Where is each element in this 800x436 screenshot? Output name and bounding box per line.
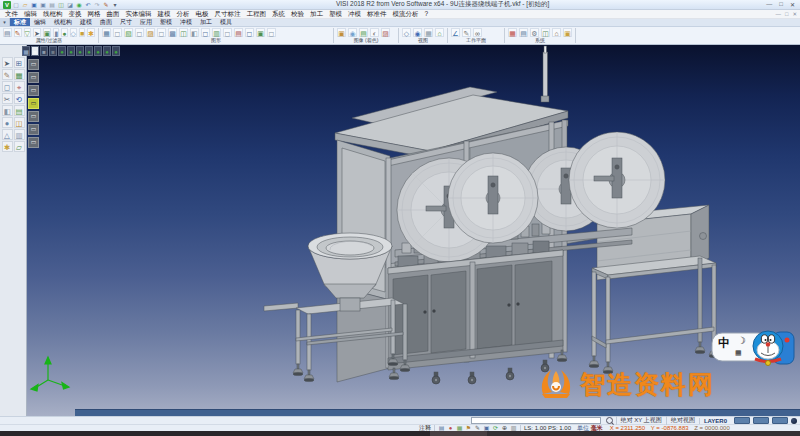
color-swatch-icon[interactable]: ■ — [79, 28, 85, 37]
hidden-line-icon[interactable]: ▧ — [124, 28, 133, 37]
archive-icon[interactable]: ▣ — [563, 28, 572, 37]
brush-icon[interactable]: ✎ — [102, 1, 110, 9]
sphere-filter-icon[interactable]: ● — [61, 28, 67, 37]
render-wire-icon[interactable]: ◉ — [348, 28, 357, 37]
filter-icon[interactable]: ▽ — [24, 28, 31, 37]
rotate-icon[interactable]: ⟲ — [14, 93, 25, 104]
menu-item-13[interactable]: 系统 — [269, 10, 288, 19]
view-slot-b-icon[interactable]: ■ — [49, 46, 57, 56]
solid-filter-icon[interactable]: ▣ — [43, 28, 52, 37]
visi-logo-icon[interactable]: V — [3, 1, 11, 9]
triangle-icon[interactable]: △ — [2, 129, 13, 140]
settings-icon[interactable]: ⚙ — [530, 28, 539, 37]
tab-5[interactable]: 曲面 — [96, 18, 116, 26]
search-icon[interactable] — [606, 417, 613, 424]
more-icon[interactable]: ▾ — [111, 1, 119, 9]
view-sphere-4-icon[interactable]: ● — [85, 46, 93, 56]
antialias-icon[interactable]: ◻ — [267, 28, 276, 37]
window-icon[interactable]: ◫ — [14, 117, 25, 128]
render-shaded-icon[interactable]: ▣ — [337, 28, 346, 37]
view-slot-a-icon[interactable]: ■ — [40, 46, 48, 56]
menu-item-20[interactable]: ? — [422, 10, 432, 19]
ime-keyboard-icon[interactable]: ▦ — [735, 349, 742, 357]
status-zoom-button-2[interactable] — [753, 417, 769, 424]
faces-icon[interactable]: ◻ — [157, 28, 166, 37]
mdi-minimize-button[interactable]: — — [776, 11, 782, 17]
print-icon[interactable]: ▤ — [48, 1, 56, 9]
zoom-window-icon[interactable]: ⊞ — [14, 57, 25, 68]
nav-orb-icon[interactable] — [791, 418, 797, 424]
redo-icon[interactable]: ↷ — [93, 1, 101, 9]
view-sphere-7-icon[interactable]: ● — [112, 46, 120, 56]
layer-indicator[interactable]: LAYER0 — [699, 418, 731, 424]
iso-view-icon[interactable]: ◇ — [402, 28, 411, 37]
grid-icon[interactable]: ▦ — [14, 69, 25, 80]
ribbon-dropdown-icon[interactable]: ▾ — [0, 18, 10, 26]
menu-item-17[interactable]: 冲模 — [345, 10, 364, 19]
view-sphere-5-icon[interactable]: ● — [94, 46, 102, 56]
status-zoom-button-3[interactable] — [772, 417, 788, 424]
workplane-lock-icon[interactable]: ∞ — [473, 28, 482, 37]
ime-mode-indicator[interactable]: 中 — [718, 335, 730, 352]
shadows-icon[interactable]: ◻ — [245, 28, 254, 37]
workplane-edit-icon[interactable]: ✎ — [462, 28, 471, 37]
tab-6[interactable]: 尺寸 — [116, 18, 136, 26]
materials-icon[interactable]: ◻ — [223, 28, 232, 37]
plane-icon[interactable]: ▱ — [14, 141, 25, 152]
contrast-icon[interactable]: ◐ — [370, 28, 379, 37]
layer-slot-1-button[interactable]: ▭ — [28, 59, 39, 70]
layer-slot-3-button[interactable]: ▭ — [28, 85, 39, 96]
view-sphere-2-icon[interactable]: ● — [67, 46, 75, 56]
view-grid-icon[interactable]: ▦ — [424, 28, 433, 37]
close-button[interactable]: ✕ — [790, 1, 795, 8]
columns-icon[interactable]: ▥ — [14, 129, 25, 140]
edges-icon[interactable]: ▨ — [146, 28, 155, 37]
rect-icon[interactable]: ◻ — [2, 81, 13, 92]
view-sphere-1-icon[interactable]: ● — [58, 46, 66, 56]
open-file-icon[interactable]: ▱ — [21, 1, 29, 9]
pencil-icon[interactable]: ✎ — [2, 69, 13, 80]
view-grid-icon[interactable]: ▦ — [22, 46, 30, 56]
material-icon[interactable]: ▨ — [381, 28, 390, 37]
home-view-icon[interactable]: ⌂ — [435, 28, 444, 37]
tab-2[interactable]: 编辑 — [30, 18, 50, 26]
minimize-button[interactable]: — — [766, 1, 772, 8]
layer-slot-6-button[interactable]: ▭ — [28, 124, 39, 135]
star-icon[interactable]: ✱ — [2, 141, 13, 152]
ime-toolbar[interactable]: 中 ☽ ▦ — [711, 326, 797, 368]
tab-7[interactable]: 应用 — [136, 18, 156, 26]
view-sphere-3-icon[interactable]: ● — [76, 46, 84, 56]
tab-11[interactable]: 模具 — [216, 18, 236, 26]
half-shade-icon[interactable]: ◧ — [2, 105, 13, 116]
select-arrow-icon[interactable]: ➤ — [33, 28, 41, 37]
snapshot-icon[interactable]: ◉ — [75, 1, 83, 9]
background-icon[interactable]: ▣ — [256, 28, 265, 37]
tab-4[interactable]: 建模 — [76, 18, 96, 26]
menu-item-16[interactable]: 塑模 — [326, 10, 345, 19]
snap-icon[interactable]: ◻ — [201, 28, 210, 37]
light-icon[interactable]: ✱ — [87, 28, 95, 37]
view-indicator[interactable]: 绝对视图 — [666, 416, 699, 425]
normals-icon[interactable]: ◫ — [179, 28, 188, 37]
tab-8[interactable]: 塑模 — [156, 18, 176, 26]
layers-icon[interactable]: ▤ — [3, 28, 12, 37]
cylinder-filter-icon[interactable]: ▮ — [53, 28, 59, 37]
rows-icon[interactable]: ▤ — [14, 105, 25, 116]
status-zoom-button-1[interactable] — [734, 417, 750, 424]
sphere-icon[interactable]: ● — [2, 117, 13, 128]
import-icon[interactable]: ◫ — [57, 1, 65, 9]
ime-fullhalf-icon[interactable]: ☽ — [737, 335, 746, 346]
draw-pencil-icon[interactable]: ✎ — [14, 28, 22, 37]
home-icon[interactable]: ⌂ — [552, 28, 561, 37]
transparency-icon[interactable]: ▩ — [168, 28, 177, 37]
lights-icon[interactable]: ▥ — [212, 28, 221, 37]
plane-filter-icon[interactable]: ◇ — [70, 28, 77, 37]
wireframe-icon[interactable]: ▦ — [102, 28, 111, 37]
grid-icon[interactable]: ◧ — [190, 28, 199, 37]
layer-slot-2-button[interactable]: ▭ — [28, 72, 39, 83]
save-icon[interactable]: ▣ — [30, 1, 38, 9]
view-white-icon[interactable]: ■ — [31, 46, 39, 56]
capture-icon[interactable]: ▤ — [359, 28, 368, 37]
export-icon[interactable]: ◪ — [66, 1, 74, 9]
save-as-icon[interactable]: ▣ — [39, 1, 47, 9]
